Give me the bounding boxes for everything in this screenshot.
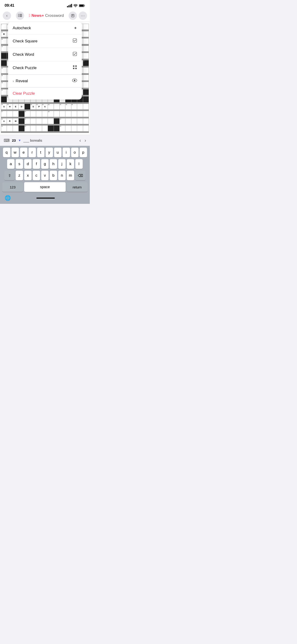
delete-key[interactable]: ⌫ <box>75 171 86 180</box>
key-f[interactable]: f <box>33 159 40 169</box>
key-y[interactable]: y <box>46 148 53 157</box>
svg-rect-3 <box>19 14 22 14</box>
key-w[interactable]: w <box>12 148 19 157</box>
clear-puzzle-item[interactable]: Clear Puzzle <box>8 88 82 100</box>
key-a[interactable]: a <box>7 159 14 169</box>
dropdown-overlay: Autocheck ✦ Check Square Check Word Chec… <box>0 22 90 135</box>
globe-icon[interactable]: 🌐 <box>4 195 11 201</box>
check-square-label: Check Square <box>13 39 38 44</box>
nav-bar: ‹  News+ Crossword ··· <box>0 10 90 22</box>
key-c[interactable]: c <box>33 171 40 180</box>
svg-rect-14 <box>73 68 74 69</box>
crossword-area: 1 2 3D 4 12O 13B A I T <box>0 22 90 135</box>
clue-direction-indicator: ▼ <box>18 139 21 142</box>
check-word-item[interactable]: Check Word <box>8 48 82 61</box>
keyboard-toggle-icon[interactable]: ⌨ <box>4 138 10 143</box>
keyboard-row-1: q w e r t y u i o p <box>1 148 89 157</box>
clue-nav: ‹ › <box>80 138 86 143</box>
key-l[interactable]: l <box>75 159 83 169</box>
clue-bar-left: ⌨ 23 ▼ ___ borealis <box>4 138 42 143</box>
svg-rect-13 <box>75 66 77 67</box>
svg-rect-4 <box>18 15 19 16</box>
key-z[interactable]: z <box>16 171 23 180</box>
check-word-label: Check Word <box>13 52 34 57</box>
key-b[interactable]: b <box>50 171 57 180</box>
keyboard-row-2: a s d f g h j k l <box>1 159 89 169</box>
list-icon <box>18 14 22 17</box>
key-m[interactable]: m <box>67 171 74 180</box>
number-key[interactable]: 123 <box>2 182 23 192</box>
menu-button[interactable] <box>16 12 24 20</box>
check-puzzle-item[interactable]: Check Puzzle <box>8 61 82 75</box>
key-j[interactable]: j <box>58 159 66 169</box>
key-u[interactable]: u <box>54 148 62 157</box>
home-indicator <box>36 198 55 198</box>
autocheck-icon: ✦ <box>74 26 77 31</box>
key-g[interactable]: g <box>41 159 48 169</box>
apple-logo:  <box>29 13 30 18</box>
key-t[interactable]: t <box>37 148 44 157</box>
reveal-label: Reveal <box>16 79 28 84</box>
key-h[interactable]: h <box>50 159 57 169</box>
key-k[interactable]: k <box>67 159 74 169</box>
crossword-title: Crossword <box>45 13 64 18</box>
key-q[interactable]: q <box>3 148 10 157</box>
check-square-item[interactable]: Check Square <box>8 34 82 48</box>
svg-rect-6 <box>18 16 19 17</box>
svg-rect-12 <box>73 66 74 67</box>
news-brand: News+ <box>32 13 44 18</box>
clue-bar: ⌨ 23 ▼ ___ borealis ‹ › <box>0 135 90 146</box>
key-i[interactable]: i <box>62 148 70 157</box>
clue-text: ___ borealis <box>24 138 42 142</box>
share-button[interactable] <box>68 12 77 20</box>
more-button[interactable]: ··· <box>79 12 87 20</box>
return-key[interactable]: return <box>67 182 88 192</box>
key-s[interactable]: s <box>16 159 23 169</box>
next-clue-button[interactable]: › <box>84 138 86 143</box>
signal-icon <box>67 4 72 7</box>
autocheck-item[interactable]: Autocheck ✦ <box>8 22 82 34</box>
clear-puzzle-label: Clear Puzzle <box>13 91 35 96</box>
svg-rect-5 <box>19 15 22 16</box>
keyboard-row-4: 123 space return <box>1 182 89 192</box>
autocheck-label: Autocheck <box>13 26 31 30</box>
nav-right-buttons: ··· <box>68 12 87 20</box>
key-d[interactable]: d <box>24 159 32 169</box>
key-o[interactable]: o <box>71 148 78 157</box>
key-e[interactable]: e <box>20 148 28 157</box>
space-key[interactable]: space <box>24 182 66 192</box>
svg-rect-15 <box>75 68 77 69</box>
key-n[interactable]: n <box>58 171 66 180</box>
key-v[interactable]: v <box>41 171 48 180</box>
share-icon <box>71 14 74 18</box>
status-time: 09:41 <box>4 3 14 8</box>
shift-key[interactable]: ⇧ <box>4 171 14 180</box>
keyboard-bottom: 🌐 <box>1 194 89 203</box>
back-button[interactable]: ‹ <box>3 12 11 20</box>
keyboard: q w e r t y u i o p a s d f g h j k l ⇧ … <box>0 146 90 204</box>
svg-rect-1 <box>80 4 84 6</box>
key-p[interactable]: p <box>80 148 87 157</box>
battery-icon <box>79 4 85 7</box>
check-puzzle-label: Check Puzzle <box>13 66 36 70</box>
nav-title:  News+ Crossword <box>29 13 64 18</box>
keyboard-row-3: ⇧ z x c v b n m ⌫ <box>1 171 89 180</box>
check-word-icon <box>72 52 77 57</box>
reveal-item[interactable]: › Reveal <box>8 75 82 87</box>
check-puzzle-icon <box>72 65 77 71</box>
clue-number: 23 <box>12 138 16 142</box>
prev-clue-button[interactable]: ‹ <box>80 138 81 143</box>
wifi-icon <box>74 4 78 7</box>
status-icons <box>67 4 85 7</box>
reveal-chevron: › <box>13 79 14 83</box>
more-icon: ··· <box>81 13 85 18</box>
svg-point-17 <box>74 80 75 81</box>
dropdown-menu: Autocheck ✦ Check Square Check Word Chec… <box>8 22 82 100</box>
status-bar: 09:41 <box>0 0 90 10</box>
svg-rect-2 <box>18 14 19 14</box>
key-x[interactable]: x <box>24 171 32 180</box>
reveal-icon <box>72 78 77 84</box>
svg-rect-7 <box>19 16 22 17</box>
back-icon: ‹ <box>6 14 7 18</box>
key-r[interactable]: r <box>28 148 36 157</box>
